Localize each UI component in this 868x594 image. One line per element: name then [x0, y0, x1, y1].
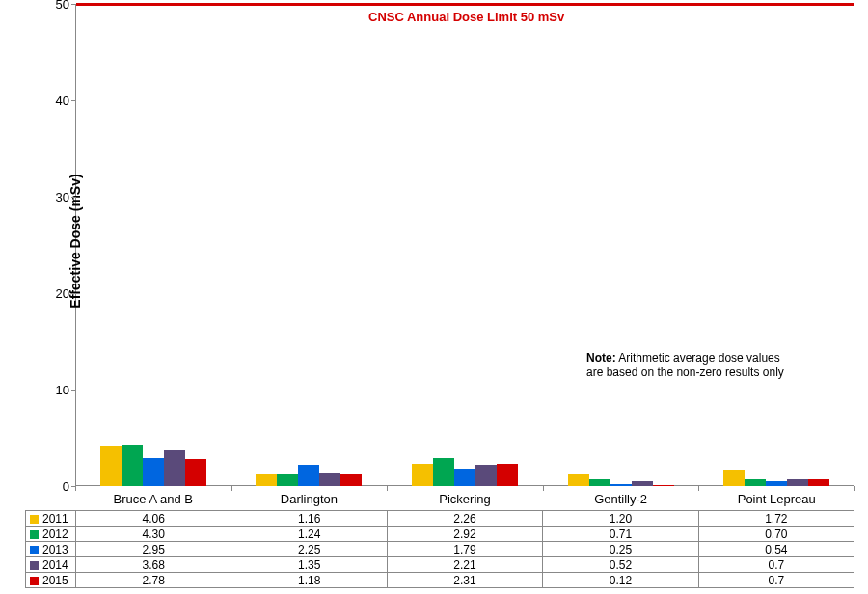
- y-tick-label: 20: [56, 286, 69, 301]
- bar-2014-4: [787, 479, 808, 486]
- bar-2011-2: [412, 464, 433, 486]
- table-row: 20143.681.352.210.520.7: [26, 557, 854, 573]
- year-cell: 2014: [26, 557, 76, 573]
- bar-2013-4: [766, 481, 787, 486]
- category-label: Point Lepreau: [738, 492, 816, 506]
- bar-2012-2: [433, 458, 454, 486]
- value-cell: 1.16: [231, 511, 387, 526]
- bar-2012-0: [122, 445, 143, 486]
- bar-2015-1: [340, 474, 362, 486]
- year-cell: 2011: [26, 511, 76, 526]
- year-label: 2015: [42, 574, 68, 587]
- year-label: 2014: [42, 558, 68, 572]
- value-cell: 0.25: [543, 542, 698, 557]
- bar-2012-1: [277, 474, 298, 486]
- bar-2011-3: [568, 474, 589, 486]
- x-tick: [543, 486, 544, 491]
- category-label: Gentilly-2: [594, 492, 647, 506]
- value-cell: 0.54: [698, 542, 854, 557]
- x-tick: [75, 486, 76, 491]
- year-cell: 2012: [26, 526, 76, 542]
- value-cell: 0.70: [698, 526, 854, 542]
- value-cell: 0.52: [543, 557, 698, 573]
- bar-2012-4: [745, 479, 766, 486]
- value-cell: 4.06: [76, 511, 231, 526]
- bar-2014-0: [164, 450, 185, 486]
- value-cell: 1.72: [698, 511, 854, 526]
- value-cell: 2.25: [231, 542, 387, 557]
- bar-2014-3: [632, 481, 653, 486]
- category-label: Bruce A and B: [114, 492, 193, 506]
- bar-2012-3: [589, 479, 610, 486]
- y-tick-label: 40: [56, 94, 69, 108]
- year-cell: 2015: [26, 573, 76, 588]
- x-tick: [387, 486, 388, 491]
- year-cell: 2013: [26, 542, 76, 557]
- value-cell: 1.24: [231, 526, 387, 542]
- value-cell: 3.68: [76, 557, 231, 573]
- bar-2011-1: [256, 474, 277, 486]
- bar-2013-1: [298, 465, 319, 487]
- value-cell: 1.79: [387, 542, 542, 557]
- data-table: 20114.061.162.261.201.7220124.301.242.92…: [25, 510, 854, 588]
- x-tick: [231, 486, 232, 491]
- bar-2013-0: [143, 458, 164, 487]
- bar-2015-2: [497, 464, 518, 486]
- value-cell: 4.30: [76, 526, 231, 542]
- legend-swatch: [30, 577, 39, 585]
- legend-swatch: [30, 561, 39, 570]
- bar-2015-4: [808, 479, 829, 486]
- bar-2011-0: [100, 446, 122, 486]
- year-label: 2011: [42, 512, 68, 526]
- category-label: Pickering: [439, 492, 490, 506]
- value-cell: 0.7: [698, 573, 854, 588]
- value-cell: 2.92: [387, 526, 542, 542]
- value-cell: 1.18: [231, 573, 387, 588]
- value-cell: 2.26: [387, 511, 542, 526]
- y-tick-label: 0: [63, 479, 69, 494]
- bar-2015-0: [185, 459, 206, 486]
- value-cell: 2.78: [76, 573, 231, 588]
- y-tick-label: 30: [56, 190, 69, 204]
- year-label: 2013: [42, 543, 68, 556]
- legend-swatch: [30, 546, 39, 554]
- value-cell: 0.7: [698, 557, 854, 573]
- legend-swatch: [30, 530, 39, 539]
- bar-2015-3: [653, 485, 674, 486]
- bar-2013-3: [610, 484, 632, 487]
- table-row: 20132.952.251.790.250.54: [26, 542, 854, 557]
- table-row: 20152.781.182.310.120.7: [26, 573, 854, 588]
- value-cell: 1.20: [543, 511, 698, 526]
- category-label: Darlington: [281, 492, 338, 506]
- value-cell: 2.95: [76, 542, 231, 557]
- value-cell: 0.12: [543, 573, 698, 588]
- value-cell: 2.31: [387, 573, 542, 588]
- value-cell: 0.71: [543, 526, 698, 542]
- x-tick: [698, 486, 699, 491]
- bar-2014-2: [475, 465, 497, 486]
- x-tick: [854, 486, 855, 491]
- y-tick-label: 10: [56, 383, 69, 397]
- y-tick-label: 50: [56, 0, 69, 12]
- plot-area: [75, 4, 854, 486]
- table-row: 20124.301.242.920.710.70: [26, 526, 854, 542]
- bar-2013-2: [454, 469, 475, 486]
- value-cell: 1.35: [231, 557, 387, 573]
- value-cell: 2.21: [387, 557, 542, 573]
- bar-2014-1: [319, 473, 340, 487]
- year-label: 2012: [42, 527, 68, 541]
- legend-swatch: [30, 515, 39, 524]
- table-row: 20114.061.162.261.201.72: [26, 511, 854, 526]
- bar-2011-4: [723, 470, 745, 486]
